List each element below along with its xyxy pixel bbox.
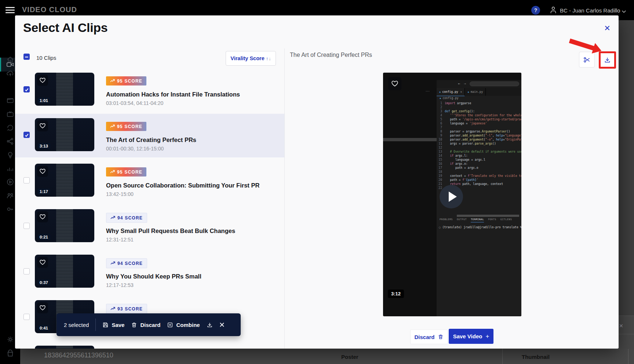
clip-thumbnail[interactable]: 1:17: [35, 164, 94, 197]
background-right-strip: ✕: [619, 15, 634, 349]
favorite-icon[interactable]: [37, 302, 48, 313]
favorite-icon[interactable]: [37, 211, 48, 222]
favorite-icon[interactable]: [37, 75, 48, 86]
clip-row[interactable]: 1:1795 SCOREOpen Source Collaboration: S…: [15, 164, 284, 207]
help-button[interactable]: ?: [531, 6, 540, 15]
terminal-line: ○ (translate) jradillo@jradillo-pro tran…: [439, 225, 521, 229]
play-button[interactable]: [440, 185, 463, 208]
select-ai-clips-modal: Select AI Clips ✕ 10 Clips Virality Scor…: [15, 15, 619, 349]
discard-button[interactable]: Discard: [131, 322, 160, 328]
video-player[interactable]: ← → ◆config.py✕◆main.py ◆ config.py 1imp…: [383, 73, 521, 316]
code-line: 12: [437, 146, 521, 150]
panel-tab-terminal[interactable]: TERMINAL: [471, 218, 484, 222]
clip-checkbox[interactable]: [23, 86, 30, 92]
clip-checkbox[interactable]: [23, 177, 30, 183]
modal-title: Select AI Clips: [23, 21, 108, 35]
plus-icon: +: [485, 333, 489, 340]
clip-title: Automation Hacks for Instant File Transl…: [106, 91, 240, 98]
code-line: 3def get_config():: [437, 109, 521, 113]
screen: VIDEO CLOUD ? BC - Juan Carlos Radillo 1…: [0, 0, 634, 364]
favorite-icon[interactable]: [37, 348, 48, 349]
panel-tab-gitlens[interactable]: GITLENS: [500, 218, 512, 222]
download-selected-button[interactable]: [207, 322, 213, 328]
panel-tab-problems[interactable]: PROBLEMS: [440, 218, 453, 222]
clip-title: Why Small Pull Requests Beat Bulk Change…: [106, 228, 235, 234]
sidebar-item-settings-icon[interactable]: [6, 335, 15, 344]
clip-duration: 1:17: [37, 189, 50, 194]
editor-search-box: [470, 81, 519, 86]
clip-thumbnail[interactable]: 1:01: [35, 73, 94, 106]
code-line: 14 if args.l:: [437, 154, 521, 158]
trend-up-icon: [110, 124, 115, 129]
editor-forward-icon: →: [464, 81, 466, 85]
sidebar-item-tv-icon[interactable]: [6, 110, 15, 119]
selection-action-bar: 2 selected Save Discard Combine: [57, 313, 241, 336]
code-line: 8 parser = argparse.ArgumentParser(): [437, 130, 521, 134]
combine-button[interactable]: Combine: [167, 322, 200, 328]
code-line: 5 path = '/apis-en/cms/getting-started/p…: [437, 117, 521, 121]
clip-row[interactable]: 1:0195 SCOREAutomation Hacks for Instant…: [15, 73, 284, 116]
sidebar-item-videos-icon[interactable]: [6, 60, 15, 69]
favorite-icon[interactable]: [388, 77, 401, 90]
clip-thumbnail[interactable]: 0:21: [35, 209, 94, 242]
close-selection-bar-button[interactable]: [219, 322, 225, 327]
clip-row[interactable]: 3:1395 SCOREThe Art of Creating Perfect …: [15, 118, 284, 161]
sidebar-item-upload-icon[interactable]: [6, 69, 15, 78]
clip-checkbox[interactable]: [23, 132, 30, 138]
sidebar-item-users-icon[interactable]: [6, 191, 15, 200]
tab-close-icon[interactable]: ✕: [460, 90, 462, 94]
panel-divider: [284, 48, 285, 349]
clip-checkbox[interactable]: [23, 223, 30, 229]
panel-tab-output[interactable]: OUTPUT: [457, 218, 467, 222]
sidebar-item-activity-icon[interactable]: [6, 123, 15, 132]
sidebar-item-social-icon[interactable]: [6, 137, 15, 146]
sidebar-item-playback-icon[interactable]: [6, 178, 15, 186]
modal-close-button[interactable]: ✕: [602, 23, 612, 34]
sidebar-item-integrations-icon[interactable]: [6, 205, 15, 214]
sidebar-item-marketplace-icon[interactable]: [6, 349, 15, 358]
save-video-button[interactable]: Save Video +: [449, 329, 493, 344]
code-line: 10 parser.add_argument("-o", help="Origi…: [437, 138, 521, 142]
discard-video-button[interactable]: Discard: [410, 330, 448, 344]
sidebar-item-insights-icon[interactable]: [6, 150, 15, 159]
code-line: 16 if args.o:: [437, 162, 521, 166]
editor-scrollbar: [457, 215, 519, 217]
chevron-down-icon[interactable]: [622, 8, 626, 15]
code-line: 11 args = parser.parse_args(): [437, 142, 521, 146]
clip-thumbnail[interactable]: 0:37: [35, 255, 94, 288]
sidebar-item-analytics-icon[interactable]: [6, 164, 15, 173]
clip-duration: 3:13: [37, 143, 50, 149]
thumbnail-image: [56, 255, 73, 288]
user-icon: [549, 6, 558, 16]
user-menu[interactable]: BC - Juan Carlos Radillo: [560, 7, 620, 14]
divider: [619, 334, 634, 334]
clip-row[interactable]: 0:2194 SCOREWhy Small Pull Requests Beat…: [15, 209, 284, 252]
clip-checkbox[interactable]: [23, 268, 30, 274]
clip-checkbox[interactable]: [23, 314, 30, 320]
editor-tab-config.py[interactable]: ◆config.py✕: [437, 88, 465, 96]
hamburger-menu-icon[interactable]: [6, 7, 15, 13]
code-line: 18: [437, 170, 521, 174]
favorite-icon[interactable]: [37, 257, 48, 268]
code-line: 19 context = f'Translate only the visibl…: [437, 174, 521, 178]
background-page-strip: 1838642955611396510 Poster Thumbnail: [20, 349, 634, 364]
clip-thumbnail[interactable]: 3:13: [35, 118, 94, 151]
python-file-icon: ◆: [439, 91, 441, 94]
editor-tab-main.py[interactable]: ◆main.py: [465, 88, 486, 96]
download-icon: [604, 57, 611, 63]
clip-thumbnail[interactable]: [35, 346, 94, 349]
clip-title: Open Source Collaboration: Submitting Yo…: [106, 182, 259, 189]
save-button[interactable]: Save: [102, 322, 124, 328]
panel-tab-ports[interactable]: PORTS: [488, 218, 496, 222]
sidebar-item-media-icon[interactable]: [6, 96, 15, 105]
overflow-dots: ⋯: [426, 89, 430, 94]
thumbnail-image: [56, 73, 73, 106]
clip-row[interactable]: 0:3794 SCOREWhy You Should Keep PRs Smal…: [15, 255, 284, 298]
save-icon: [102, 322, 109, 328]
plus-square-icon: [167, 322, 173, 328]
favorite-icon[interactable]: [37, 166, 48, 177]
editor-panel-tabs: PROBLEMSOUTPUTTERMINALPORTSGITLENS: [440, 218, 512, 222]
clip-list: 1:0195 SCOREAutomation Hacks for Instant…: [15, 48, 284, 349]
clip-row[interactable]: [15, 346, 284, 349]
favorite-icon[interactable]: [37, 120, 48, 131]
